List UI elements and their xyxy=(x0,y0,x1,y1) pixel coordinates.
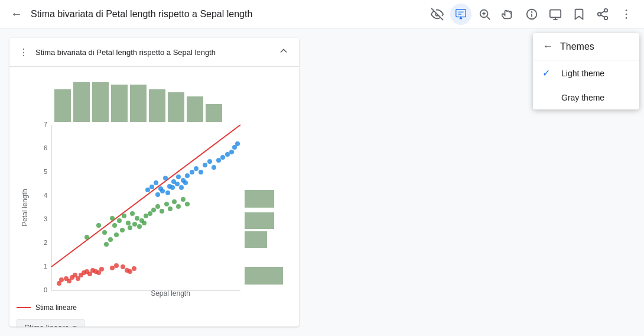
present-button[interactable] xyxy=(545,4,566,25)
x-axis-label: Sepal length xyxy=(9,289,299,298)
visibility-off-button[interactable] xyxy=(427,4,448,25)
svg-point-122 xyxy=(225,152,230,157)
svg-point-111 xyxy=(176,175,181,179)
svg-line-5 xyxy=(487,17,490,20)
svg-point-125 xyxy=(235,141,240,146)
svg-rect-35 xyxy=(245,267,283,285)
svg-point-95 xyxy=(185,202,190,206)
themes-item-light-label: Light theme xyxy=(561,69,604,78)
svg-point-121 xyxy=(220,155,225,160)
svg-point-116 xyxy=(199,170,203,175)
svg-point-129 xyxy=(170,185,175,190)
svg-rect-29 xyxy=(168,92,184,122)
svg-point-100 xyxy=(128,225,132,230)
scatter-chart: 0 1 2 3 4 5 6 7 4 5 6 7 8 Petal length xyxy=(19,72,288,296)
svg-point-79 xyxy=(117,218,122,223)
svg-rect-26 xyxy=(111,85,128,122)
svg-point-22 xyxy=(626,17,627,19)
svg-point-123 xyxy=(229,150,234,154)
chart-panel: ⋮ Stima bivariata di Petal length rispet… xyxy=(9,38,299,327)
stima-lineare-button[interactable]: Stima lineare ▾ xyxy=(17,319,84,327)
svg-point-67 xyxy=(99,267,104,272)
themes-item-gray[interactable]: Gray theme xyxy=(533,86,639,109)
svg-point-132 xyxy=(183,180,188,185)
legend-line-icon xyxy=(17,307,31,308)
panel-menu-icon[interactable]: ⋮ xyxy=(19,47,28,58)
panel-collapse-button[interactable] xyxy=(278,45,290,59)
chevron-down-icon: ▾ xyxy=(73,323,77,327)
svg-point-17 xyxy=(604,16,608,19)
svg-text:7: 7 xyxy=(43,121,47,128)
panel-title: Stima bivariata di Petal length rispetto… xyxy=(35,48,278,57)
info-button[interactable] xyxy=(521,4,542,25)
svg-text:4: 4 xyxy=(43,192,47,199)
svg-point-89 xyxy=(160,209,164,214)
svg-rect-33 xyxy=(245,212,274,229)
svg-point-21 xyxy=(626,13,627,15)
svg-point-120 xyxy=(216,158,221,163)
more-button[interactable] xyxy=(616,4,637,25)
svg-point-94 xyxy=(181,197,186,202)
svg-point-20 xyxy=(626,9,627,11)
svg-text:1: 1 xyxy=(43,263,47,270)
svg-point-128 xyxy=(165,190,170,195)
svg-point-114 xyxy=(190,170,194,175)
svg-point-99 xyxy=(120,228,125,232)
svg-point-87 xyxy=(151,208,156,212)
themes-check-icon: ✓ xyxy=(542,67,554,79)
svg-point-108 xyxy=(163,176,168,180)
main-content: ⋮ Stima bivariata di Petal length rispet… xyxy=(0,28,644,336)
svg-rect-27 xyxy=(130,85,147,122)
svg-point-131 xyxy=(179,185,184,190)
svg-point-119 xyxy=(212,165,216,170)
chart-legend: Stima lineare xyxy=(9,300,299,315)
svg-rect-28 xyxy=(149,89,165,122)
svg-point-130 xyxy=(175,182,180,186)
svg-point-83 xyxy=(135,216,139,221)
svg-point-126 xyxy=(155,192,160,197)
svg-point-70 xyxy=(121,264,125,269)
annotation-button[interactable] xyxy=(450,4,471,25)
svg-text:5: 5 xyxy=(43,168,47,175)
svg-point-105 xyxy=(149,185,154,189)
svg-point-69 xyxy=(114,263,119,268)
svg-point-88 xyxy=(155,204,160,209)
svg-point-73 xyxy=(132,266,136,271)
themes-item-light[interactable]: ✓ Light theme xyxy=(533,60,639,86)
svg-text:Petal length: Petal length xyxy=(21,189,29,226)
back-button[interactable]: ← xyxy=(7,4,26,24)
panel-header: ⋮ Stima bivariata di Petal length rispet… xyxy=(9,38,299,67)
svg-point-54 xyxy=(59,277,64,282)
pan-button[interactable] xyxy=(497,4,519,25)
svg-point-104 xyxy=(145,188,150,192)
themes-item-gray-label: Gray theme xyxy=(561,93,604,102)
share-button[interactable] xyxy=(592,4,613,25)
svg-point-75 xyxy=(96,223,101,228)
toolbar-icons xyxy=(427,4,637,25)
svg-point-11 xyxy=(532,11,532,12)
svg-point-106 xyxy=(154,180,158,185)
svg-point-117 xyxy=(203,163,207,167)
themes-popup: ← Themes ✓ Light theme Gray theme xyxy=(533,33,639,109)
svg-point-93 xyxy=(176,204,181,209)
themes-back-button[interactable]: ← xyxy=(542,40,553,53)
svg-rect-32 xyxy=(245,190,274,208)
svg-point-102 xyxy=(137,224,142,229)
svg-point-15 xyxy=(604,8,608,12)
svg-text:6: 6 xyxy=(43,144,47,151)
svg-text:3: 3 xyxy=(43,215,47,222)
svg-point-77 xyxy=(110,216,115,221)
svg-point-81 xyxy=(126,221,131,225)
page-title: Stima bivariata di Petal length rispetto… xyxy=(31,9,422,20)
svg-point-91 xyxy=(168,206,173,211)
zoom-button[interactable] xyxy=(474,4,495,25)
svg-point-72 xyxy=(128,269,132,274)
bookmark-button[interactable] xyxy=(568,4,590,25)
svg-point-86 xyxy=(148,211,152,216)
svg-rect-1 xyxy=(456,9,466,17)
svg-point-68 xyxy=(110,266,115,270)
legend-label: Stima lineare xyxy=(35,303,77,312)
svg-point-98 xyxy=(114,232,119,237)
svg-rect-23 xyxy=(54,89,71,122)
svg-rect-30 xyxy=(187,96,203,122)
